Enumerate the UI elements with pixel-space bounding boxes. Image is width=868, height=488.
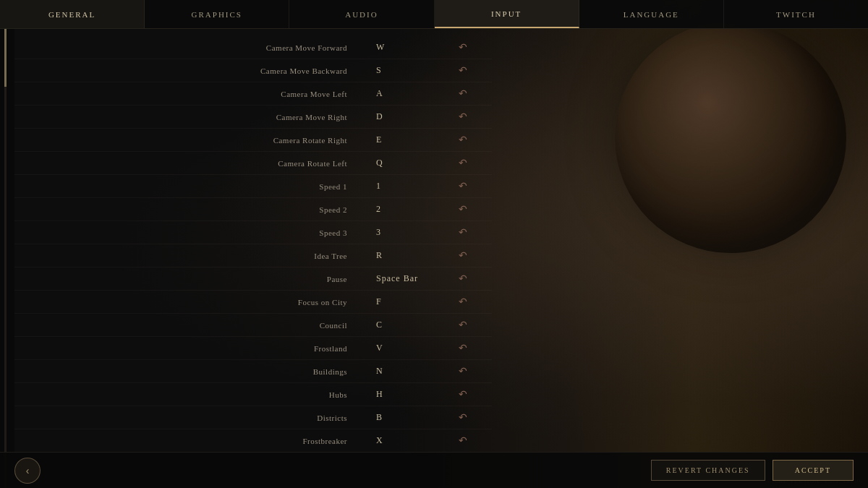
reset-icon[interactable]: ↶ <box>448 41 477 53</box>
reset-icon[interactable]: ↶ <box>448 64 477 77</box>
setting-label: Camera Move Left <box>29 90 376 98</box>
setting-key[interactable]: H <box>376 389 448 400</box>
setting-label: Camera Move Backward <box>29 67 376 75</box>
setting-key[interactable]: Space Bar <box>376 273 448 284</box>
reset-icon[interactable]: ↶ <box>448 157 477 169</box>
setting-key[interactable]: 2 <box>376 204 448 215</box>
setting-key[interactable]: 3 <box>376 227 448 238</box>
setting-row: FrostlandV↶ <box>14 337 492 360</box>
setting-key[interactable]: B <box>376 412 448 423</box>
setting-row: FrostbreakerX↶ <box>14 429 492 453</box>
setting-key[interactable]: C <box>376 320 448 330</box>
setting-key[interactable]: W <box>376 42 448 53</box>
settings-panel: Camera Move ForwardW↶Camera Move Backwar… <box>14 29 492 488</box>
setting-key[interactable]: Q <box>376 158 448 168</box>
setting-key[interactable]: R <box>376 250 448 261</box>
reset-icon[interactable]: ↶ <box>448 134 477 146</box>
setting-row: CouncilC↶ <box>14 314 492 337</box>
right-area <box>492 29 868 488</box>
setting-label: Council <box>29 321 376 330</box>
setting-row: Speed 22↶ <box>14 198 492 221</box>
reset-icon[interactable]: ↶ <box>448 319 477 331</box>
setting-row: Camera Rotate LeftQ↶ <box>14 152 492 175</box>
setting-row: PauseSpace Bar↶ <box>14 267 492 291</box>
setting-row: Camera Move LeftA↶ <box>14 82 492 106</box>
setting-row: Idea TreeR↶ <box>14 244 492 267</box>
setting-label: Frostland <box>29 344 376 353</box>
setting-label: Camera Move Right <box>29 113 376 121</box>
tab-input[interactable]: INPUT <box>435 0 579 28</box>
scroll-thumb[interactable] <box>4 29 7 87</box>
accept-button[interactable]: ACCEPT <box>773 460 854 481</box>
scroll-track <box>4 29 7 488</box>
setting-row: Focus on CityF↶ <box>14 291 492 314</box>
reset-icon[interactable]: ↶ <box>448 342 477 354</box>
reset-icon[interactable]: ↶ <box>448 411 477 424</box>
scroll-sidebar <box>0 29 14 488</box>
setting-row: Camera Move ForwardW↶ <box>14 36 492 59</box>
reset-icon[interactable]: ↶ <box>448 388 477 401</box>
bottom-bar: ‹ REVERT CHANGES ACCEPT <box>0 452 868 488</box>
reset-icon[interactable]: ↶ <box>448 249 477 262</box>
setting-row: Camera Move BackwardS↶ <box>14 59 492 82</box>
reset-icon[interactable]: ↶ <box>448 87 477 100</box>
setting-label: Idea Tree <box>29 252 376 260</box>
revert-button[interactable]: REVERT CHANGES <box>651 460 765 481</box>
setting-label: Districts <box>29 414 376 422</box>
reset-icon[interactable]: ↶ <box>448 435 477 447</box>
reset-icon[interactable]: ↶ <box>448 203 477 215</box>
reset-icon[interactable]: ↶ <box>448 226 477 239</box>
tab-bar: GENERAL GRAPHICS AUDIO INPUT LANGUAGE TW… <box>0 0 868 29</box>
reset-icon[interactable]: ↶ <box>448 111 477 123</box>
setting-label: Speed 1 <box>29 182 376 191</box>
setting-key[interactable]: E <box>376 134 448 145</box>
setting-key[interactable]: 1 <box>376 181 448 192</box>
setting-label: Speed 3 <box>29 228 376 237</box>
setting-label: Frostbreaker <box>29 437 376 445</box>
setting-label: Buildings <box>29 367 376 376</box>
setting-row: HubsH↶ <box>14 383 492 406</box>
setting-row: Camera Move RightD↶ <box>14 106 492 129</box>
setting-row: Speed 33↶ <box>14 221 492 244</box>
setting-key[interactable]: A <box>376 88 448 99</box>
setting-label: Hubs <box>29 390 376 399</box>
setting-label: Camera Rotate Left <box>29 159 376 168</box>
tab-graphics[interactable]: GRAPHICS <box>145 0 289 28</box>
main-content: Camera Move ForwardW↶Camera Move Backwar… <box>0 29 868 488</box>
tab-audio[interactable]: AUDIO <box>289 0 434 28</box>
setting-key[interactable]: S <box>376 65 448 76</box>
tab-general[interactable]: GENERAL <box>0 0 145 28</box>
setting-key[interactable]: X <box>376 435 448 446</box>
reset-icon[interactable]: ↶ <box>448 365 477 377</box>
reset-icon[interactable]: ↶ <box>448 273 477 285</box>
setting-key[interactable]: N <box>376 366 448 377</box>
bottom-actions: REVERT CHANGES ACCEPT <box>651 460 854 481</box>
setting-key[interactable]: F <box>376 296 448 307</box>
setting-label: Camera Rotate Right <box>29 136 376 145</box>
tab-twitch[interactable]: TWITCH <box>724 0 868 28</box>
back-icon: ‹ <box>26 465 30 476</box>
setting-label: Pause <box>29 275 376 283</box>
tab-language[interactable]: LANGUAGE <box>579 0 724 28</box>
setting-key[interactable]: D <box>376 111 448 122</box>
reset-icon[interactable]: ↶ <box>448 180 477 192</box>
setting-row: Speed 11↶ <box>14 175 492 198</box>
setting-label: Camera Move Forward <box>29 43 376 52</box>
setting-key[interactable]: V <box>376 343 448 354</box>
reset-icon[interactable]: ↶ <box>448 296 477 308</box>
setting-row: BuildingsN↶ <box>14 360 492 383</box>
setting-label: Focus on City <box>29 298 376 307</box>
setting-row: DistrictsB↶ <box>14 406 492 429</box>
setting-row: Camera Rotate RightE↶ <box>14 129 492 152</box>
back-button[interactable]: ‹ <box>14 458 41 484</box>
setting-label: Speed 2 <box>29 205 376 214</box>
